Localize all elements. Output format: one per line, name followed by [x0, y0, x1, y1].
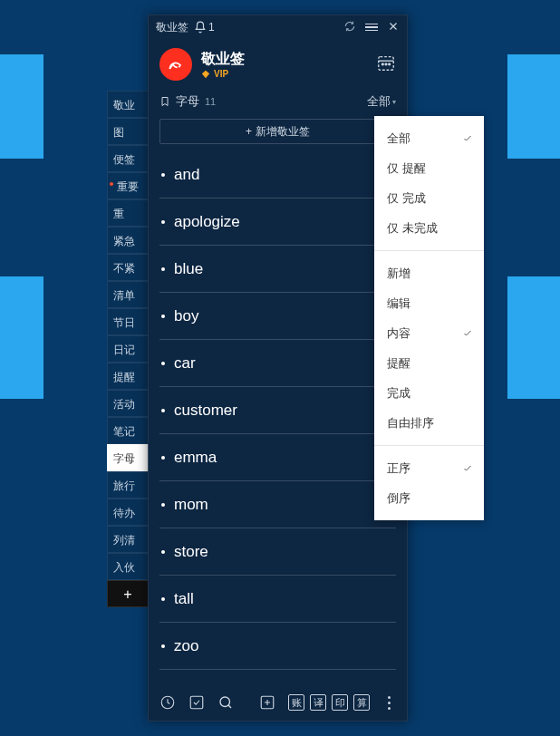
note-text: zoo [174, 637, 198, 655]
note-item[interactable]: blue [159, 246, 396, 293]
note-item[interactable]: car [159, 340, 396, 387]
dropdown-item[interactable]: 仅 提醒 [374, 153, 484, 183]
sidebar-item[interactable]: 紧急 [107, 227, 149, 254]
clock-icon[interactable] [159, 694, 176, 711]
dropdown-item[interactable]: 仅 完成 [374, 183, 484, 213]
bell-icon [194, 21, 207, 34]
dropdown-item[interactable]: 内容 [374, 318, 484, 348]
diamond-icon [201, 70, 210, 79]
sidebar-item[interactable]: 重 [107, 199, 149, 227]
bullet-icon [161, 173, 165, 177]
filter-button[interactable]: 全部 ▾ [367, 93, 396, 110]
done-icon[interactable] [188, 694, 205, 711]
sidebar-item[interactable]: 旅行 [107, 471, 149, 499]
sidebar-item[interactable]: 活动 [107, 390, 149, 417]
bullet-icon [161, 503, 165, 507]
bullet-icon [161, 267, 165, 271]
dropdown-item[interactable]: 新增 [374, 258, 484, 288]
svg-point-3 [385, 63, 387, 65]
note-text: boy [174, 307, 198, 325]
sidebar-item[interactable]: 不紧 [107, 254, 149, 281]
menu-icon[interactable] [365, 24, 378, 32]
tool-button[interactable]: 译 [310, 694, 326, 711]
sidebar-item[interactable]: 敬业 [107, 91, 149, 118]
note-item[interactable]: store [159, 528, 396, 576]
sidebar-item[interactable]: 字母 [107, 444, 149, 471]
svg-point-7 [220, 697, 230, 707]
note-item[interactable]: zoo [159, 623, 396, 670]
titlebar: 敬业签 1 [149, 15, 407, 39]
dropdown-item-label: 新增 [387, 266, 410, 282]
sidebar-item[interactable]: 重要 [107, 172, 149, 199]
bullet-icon [161, 456, 165, 460]
note-text: blue [174, 260, 203, 278]
dropdown-item-label: 正序 [387, 460, 410, 477]
dropdown-item-label: 全部 [387, 131, 410, 147]
filter-dropdown: 全部仅 提醒仅 完成仅 未完成新增编辑内容提醒完成自由排序正序倒序 [374, 116, 484, 520]
tool-button[interactable]: 印 [332, 694, 348, 711]
bullet-icon [161, 597, 165, 601]
check-icon [462, 133, 473, 144]
sidebar-item[interactable]: 入伙 [107, 553, 149, 580]
dropdown-item[interactable]: 全部 [374, 123, 484, 153]
dropdown-item[interactable]: 自由排序 [374, 408, 484, 438]
sidebar-item[interactable]: 日记 [107, 335, 149, 363]
dropdown-item[interactable]: 倒序 [374, 483, 484, 513]
sidebar-item[interactable]: 清单 [107, 281, 149, 308]
svg-point-2 [381, 63, 383, 65]
note-text: customer [174, 402, 237, 420]
dropdown-item-label: 完成 [387, 385, 410, 402]
add-note-label: 新增敬业签 [256, 124, 310, 140]
close-icon[interactable] [387, 20, 400, 35]
note-item[interactable]: boy [159, 293, 396, 340]
tool-button[interactable]: 算 [353, 694, 370, 711]
bullet-icon [161, 220, 165, 224]
dropdown-item-label: 提醒 [387, 355, 410, 372]
category-sidebar: 敬业图便签重要重紧急不紧清单节日日记提醒活动笔记字母旅行待办列清入伙+ [107, 91, 149, 607]
note-item[interactable]: mom [159, 481, 396, 528]
sidebar-item[interactable]: 节日 [107, 308, 149, 335]
note-item[interactable]: tall [159, 576, 396, 623]
app-logo [159, 48, 192, 81]
note-text: car [174, 354, 196, 373]
sidebar-item[interactable]: 待办 [107, 499, 149, 526]
sidebar-add-button[interactable]: + [107, 580, 149, 607]
sidebar-item[interactable]: 便签 [107, 145, 149, 172]
svg-rect-6 [190, 696, 203, 709]
note-list: andapologizeblueboycarcustomeremmamomsto… [149, 146, 407, 684]
add-icon[interactable] [259, 694, 275, 711]
list-name: 字母 [176, 93, 199, 110]
note-item[interactable]: emma [159, 434, 396, 481]
calendar-icon[interactable] [376, 53, 396, 76]
dropdown-item[interactable]: 提醒 [374, 348, 484, 378]
vip-badge: VIP [201, 69, 245, 79]
tool-button[interactable]: 账 [288, 694, 304, 711]
bookmark-icon [159, 95, 170, 108]
dropdown-item-label: 编辑 [387, 295, 410, 312]
note-item[interactable]: apologize [159, 199, 396, 246]
dropdown-item[interactable]: 正序 [374, 453, 484, 483]
dropdown-item[interactable]: 仅 未完成 [374, 213, 484, 243]
titlebar-app-name: 敬业签 [156, 20, 188, 35]
dropdown-item-label: 仅 提醒 [387, 160, 426, 177]
bullet-icon [161, 550, 165, 554]
note-text: store [174, 543, 208, 561]
sync-icon[interactable] [343, 20, 356, 35]
add-note-button[interactable]: + 新增敬业签 [159, 119, 396, 144]
note-item[interactable]: customer [159, 387, 396, 434]
dropdown-item[interactable]: 完成 [374, 378, 484, 408]
plus-icon: + [246, 125, 252, 138]
sidebar-item[interactable]: 笔记 [107, 417, 149, 444]
sidebar-item[interactable]: 提醒 [107, 363, 149, 390]
bullet-icon [161, 644, 165, 648]
notification-bell[interactable]: 1 [194, 21, 215, 34]
dropdown-item-label: 仅 完成 [387, 190, 426, 207]
more-icon[interactable] [382, 694, 396, 711]
note-item[interactable]: and [159, 151, 396, 199]
dropdown-item[interactable]: 编辑 [374, 288, 484, 318]
search-icon[interactable] [217, 694, 234, 711]
check-icon [462, 463, 473, 474]
sidebar-item[interactable]: 列清 [107, 526, 149, 553]
bullet-icon [161, 315, 165, 318]
sidebar-item[interactable]: 图 [107, 118, 149, 145]
